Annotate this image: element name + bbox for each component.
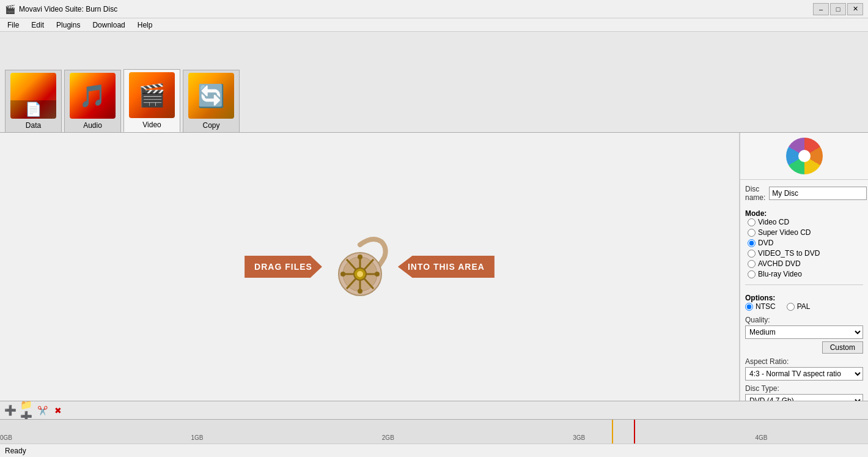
mode-video-ts-radio[interactable] (748, 250, 756, 258)
tab-copy-label: Copy (202, 121, 219, 130)
tab-data[interactable]: 📄 Data (5, 70, 62, 132)
tab-data-icon: 📄 (10, 73, 56, 119)
mode-avchd[interactable]: AVCHD DVD (748, 259, 863, 268)
pal-radio[interactable] (787, 303, 795, 311)
content-area: DRAG FILES (0, 133, 868, 401)
mode-bluray-label: Blu-ray Video (758, 270, 802, 278)
quality-label: Quality: (745, 316, 770, 324)
playhead-red[interactable] (634, 420, 635, 444)
quality-dropdown[interactable]: Medium High Low (745, 325, 863, 339)
mode-video-ts-label: VIDEO_TS to DVD (758, 249, 820, 258)
disc-type-label: Disc Type: (745, 384, 779, 393)
options-section: Options: NTSC PAL (745, 291, 863, 312)
rename-icon: ✂️ (37, 406, 48, 415)
close-button[interactable]: ✕ (847, 3, 863, 15)
tab-audio[interactable]: 🎵 Audio (64, 70, 121, 132)
add-icon: ➕ (4, 404, 17, 416)
delete-button[interactable]: ✖ (51, 404, 65, 417)
tab-video-label: Video (142, 121, 161, 129)
ruler-2gb: 2GB (382, 434, 394, 441)
timeline: 0GB 1GB 2GB 3GB 4GB (0, 419, 868, 444)
titlebar-left: 🎬 Movavi Video Suite: Burn Disc (5, 4, 117, 14)
rename-button[interactable]: ✂️ (35, 404, 49, 417)
tab-video[interactable]: 🎬 Video (123, 69, 180, 132)
mode-dvd-radio[interactable] (748, 239, 756, 247)
dropzone[interactable]: DRAG FILES (0, 133, 740, 401)
ntsc-label: NTSC (756, 302, 776, 311)
titlebar: 🎬 Movavi Video Suite: Burn Disc – □ ✕ (0, 0, 868, 18)
divider-1 (745, 284, 863, 285)
mode-super-video-cd[interactable]: Super Video CD (748, 228, 863, 237)
svg-point-13 (358, 289, 362, 294)
tab-copy-icon: 🔄 (188, 73, 234, 119)
mode-bluray-radio[interactable] (748, 270, 756, 278)
svg-point-14 (340, 272, 345, 277)
drop-text-label: INTO THIS AREA (398, 256, 495, 278)
disc-name-row: Disc name: (745, 185, 863, 202)
menubar: File Edit Plugins Download Help (0, 18, 868, 32)
mode-section: Mode: Video CD Super Video CD DVD (745, 207, 863, 278)
quality-section: Quality: Medium High Low Custom (745, 316, 863, 354)
movavi-logo-inner (798, 150, 811, 162)
statusbar: Ready (0, 444, 868, 457)
maximize-button[interactable]: □ (830, 3, 846, 15)
ntsc-radio[interactable] (745, 303, 753, 311)
mode-video-ts[interactable]: VIDEO_TS to DVD (748, 249, 863, 258)
add-folder-button[interactable]: 📁➕ (20, 404, 33, 417)
svg-point-11 (357, 271, 363, 277)
settings-panel: Disc name: Mode: Video CD Super Video CD (740, 180, 868, 401)
right-wrapper: Disc name: Mode: Video CD Super Video CD (740, 133, 868, 401)
ntsc-option[interactable]: NTSC (745, 302, 776, 311)
disc-type-section: Disc Type: DVD (4.7 Gb) DVD (8.5 Gb) CD … (745, 384, 863, 401)
logo-panel (740, 133, 868, 180)
mode-super-video-cd-radio[interactable] (748, 229, 756, 237)
ntsc-pal-row: NTSC PAL (745, 302, 863, 311)
menu-help[interactable]: Help (133, 20, 158, 31)
mode-avchd-label: AVCHD DVD (758, 259, 801, 268)
status-text: Ready (5, 447, 26, 455)
menu-download[interactable]: Download (87, 20, 130, 31)
aspect-ratio-dropdown[interactable]: 4:3 - Normal TV aspect ratio 16:9 - Wide… (745, 367, 863, 381)
options-label: Options: (745, 294, 863, 302)
disc-name-input[interactable] (769, 187, 867, 200)
svg-point-12 (358, 255, 362, 259)
timeline-ruler: 0GB 1GB 2GB 3GB 4GB (0, 420, 868, 444)
mode-dvd[interactable]: DVD (748, 239, 863, 247)
minimize-button[interactable]: – (813, 3, 829, 15)
drag-files-label: DRAG FILES (245, 256, 322, 278)
mode-bluray[interactable]: Blu-ray Video (748, 270, 863, 278)
tab-audio-icon: 🎵 (70, 73, 116, 119)
disc-type-dropdown[interactable]: DVD (4.7 Gb) DVD (8.5 Gb) CD (700 Mb) (745, 394, 863, 401)
pal-option[interactable]: PAL (787, 302, 811, 311)
tab-data-label: Data (26, 121, 41, 130)
ruler-3gb: 3GB (573, 434, 585, 441)
film-reel-icon (329, 232, 391, 302)
menu-plugins[interactable]: Plugins (51, 20, 85, 31)
ruler-1gb: 1GB (191, 434, 203, 441)
dropzone-area[interactable]: DRAG FILES (0, 133, 739, 401)
mode-video-cd-radio[interactable] (748, 218, 756, 226)
menu-edit[interactable]: Edit (26, 20, 49, 31)
mode-radio-group: Video CD Super Video CD DVD VIDEO_T (748, 218, 863, 278)
mode-video-cd[interactable]: Video CD (748, 218, 863, 226)
mode-avchd-radio[interactable] (748, 260, 756, 268)
app-icon: 🎬 (5, 4, 15, 14)
ruler-0gb: 0GB (0, 434, 12, 441)
add-folder-icon: 📁➕ (20, 399, 32, 422)
mode-dvd-label: DVD (758, 239, 773, 247)
movavi-logo (786, 138, 823, 174)
menu-file[interactable]: File (2, 20, 24, 31)
mode-video-cd-label: Video CD (758, 218, 789, 226)
tab-video-icon: 🎬 (129, 72, 175, 118)
custom-button[interactable]: Custom (822, 341, 863, 354)
timeline-toolbar: ➕ 📁➕ ✂️ ✖ (0, 401, 868, 419)
add-item-button[interactable]: ➕ (4, 404, 17, 417)
mode-super-video-cd-label: Super Video CD (758, 228, 811, 237)
tab-copy[interactable]: 🔄 Copy (183, 70, 240, 132)
ruler-4gb: 4GB (755, 434, 767, 441)
delete-icon: ✖ (54, 406, 62, 415)
app: 📄 Data 🎵 Audio 🎬 Video (0, 32, 868, 457)
drag-instruction: DRAG FILES (245, 232, 495, 302)
pal-label: PAL (797, 302, 811, 311)
playhead-yellow[interactable] (612, 420, 613, 444)
